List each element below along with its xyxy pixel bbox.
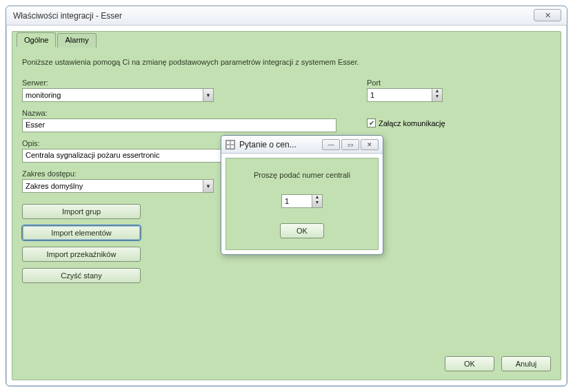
spinner-buttons[interactable]: ▲▼ xyxy=(312,195,322,207)
button-label: Czyść stany xyxy=(61,271,101,280)
server-select[interactable]: monitoring ▼ xyxy=(22,88,214,102)
scope-select[interactable]: Zakres domyślny ▼ xyxy=(22,179,214,193)
central-number-spinner[interactable]: 1 ▲▼ xyxy=(281,194,323,208)
chevron-down-icon: ▼ xyxy=(203,180,213,192)
close-icon: ✕ xyxy=(367,141,372,148)
clear-states-button[interactable]: Czyść stany xyxy=(22,268,141,283)
name-value: Esser xyxy=(26,121,45,129)
app-icon xyxy=(225,140,235,149)
desc-value: Centrala sygnalizacji pożaru essertronic xyxy=(26,151,159,159)
import-groups-button[interactable]: Import grup xyxy=(22,204,141,219)
import-elements-button[interactable]: Import elementów xyxy=(22,225,141,240)
server-label: Serwer: xyxy=(22,79,353,87)
intro-text: Poniższe ustawienia pomogą Ci na zmianę … xyxy=(22,58,551,66)
button-label: OK xyxy=(464,360,475,368)
modal-minimize-button[interactable]: — xyxy=(322,139,340,150)
server-value: monitoring xyxy=(26,91,61,99)
comm-checkbox-label: Załącz komunikację xyxy=(379,119,445,127)
button-label: Import elementów xyxy=(51,229,111,237)
button-label: Import przekaźników xyxy=(47,250,117,258)
modal-close-button[interactable]: ✕ xyxy=(361,139,379,150)
close-icon: ✕ xyxy=(545,11,551,20)
name-input[interactable]: Esser xyxy=(22,118,336,132)
modal-ok-button[interactable]: OK xyxy=(280,223,324,238)
main-window: Właściwości integracji - Esser ✕ Ogólne … xyxy=(6,6,567,386)
cancel-button[interactable]: Anuluj xyxy=(501,356,551,371)
minimize-icon: — xyxy=(328,141,334,148)
modal-body: Proszę podać numer centrali 1 ▲▼ OK xyxy=(225,158,379,250)
port-spinner[interactable]: 1 ▲▼ xyxy=(367,88,443,102)
window-close-button[interactable]: ✕ xyxy=(534,9,561,21)
button-label: OK xyxy=(296,227,308,235)
scope-value: Zakres domyślny xyxy=(26,182,83,190)
button-label: Import grup xyxy=(62,207,101,216)
central-number-value: 1 xyxy=(285,197,289,205)
chevron-down-icon: ▼ xyxy=(203,89,213,101)
port-value: 1 xyxy=(370,91,374,99)
name-label: Nazwa: xyxy=(22,109,353,117)
window-title: Właściwości integracji - Esser xyxy=(13,11,122,21)
tab-strip: Ogólne Alarmy xyxy=(17,31,98,45)
modal-title: Pytanie o cen... xyxy=(239,140,318,149)
number-prompt-dialog: Pytanie o cen... — ▭ ✕ Proszę podać nume… xyxy=(221,135,383,255)
modal-maximize-button[interactable]: ▭ xyxy=(341,139,359,150)
import-relays-button[interactable]: Import przekaźników xyxy=(22,247,141,262)
comm-checkbox[interactable]: ✔ xyxy=(367,118,376,127)
tab-label: Ogólne xyxy=(24,36,48,44)
spinner-buttons[interactable]: ▲▼ xyxy=(432,89,442,101)
button-label: Anuluj xyxy=(516,360,537,368)
modal-prompt: Proszę podać numer centrali xyxy=(254,171,350,179)
ok-button[interactable]: OK xyxy=(445,356,494,371)
port-label: Port xyxy=(367,79,445,87)
dialog-buttons: OK Anuluj xyxy=(445,356,551,371)
maximize-icon: ▭ xyxy=(348,141,354,148)
tab-ogolne[interactable]: Ogólne xyxy=(17,32,56,47)
tab-label: Alarmy xyxy=(65,36,88,44)
content-pane: Ogólne Alarmy Poniższe ustawienia pomogą… xyxy=(12,31,561,380)
modal-titlebar: Pytanie o cen... — ▭ ✕ xyxy=(221,136,383,154)
titlebar: Właściwości integracji - Esser ✕ xyxy=(6,6,567,25)
